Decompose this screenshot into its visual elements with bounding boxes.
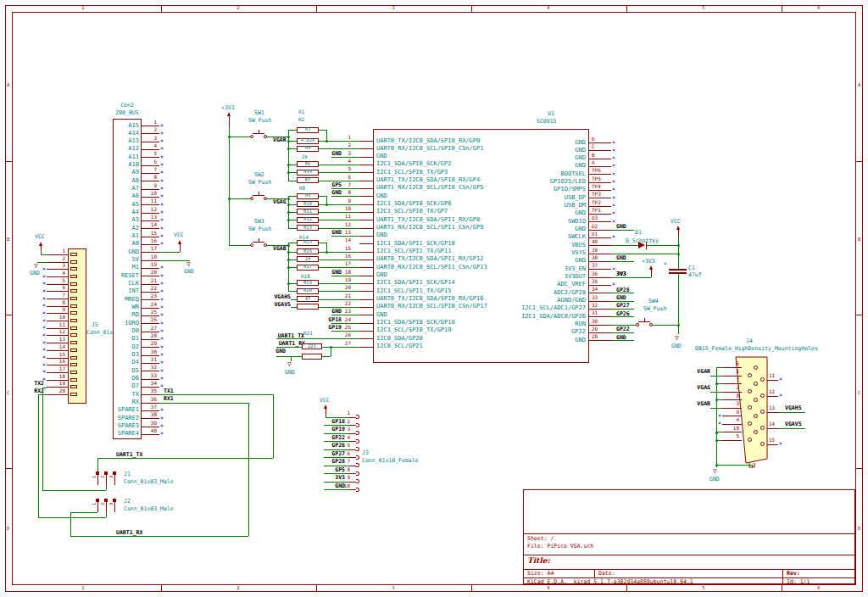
pin-number: 3 (347, 427, 350, 432)
junction-dot (287, 282, 290, 285)
wire (288, 165, 297, 165)
j4-value: DB15_Female_HighDensity_MountingHoles (695, 346, 818, 352)
pin-circle (748, 373, 752, 377)
pin-name: A5 (132, 202, 139, 208)
con2-ref: Con2 (120, 103, 134, 109)
pin-name: 3V3OUT (565, 274, 586, 280)
pin-number: 7 (348, 182, 351, 187)
pin-number: 18 (345, 270, 351, 275)
nc-marker: × (160, 376, 164, 382)
pin-stub (359, 323, 373, 324)
pin-pad (70, 363, 77, 366)
pin-number: 12 (345, 222, 351, 227)
net-label: GP19 (328, 325, 342, 331)
border-tick (782, 5, 782, 12)
wire (611, 332, 634, 333)
border-col-label: 2 (236, 586, 239, 591)
nc-marker: × (42, 340, 46, 346)
nc-marker: × (42, 303, 46, 309)
pin-name: I2C1_SDA/SPI0_SCK/GP2 (376, 161, 452, 167)
pin-number: TP2 (592, 200, 601, 205)
pin-name: ADC_VREF (557, 282, 586, 287)
nc-marker: × (42, 325, 46, 331)
border-tick (471, 5, 472, 12)
junction-dot (287, 204, 290, 206)
pin-name: A6 (132, 193, 139, 199)
pin-number: 15 (769, 438, 775, 443)
border-tick (5, 315, 12, 315)
pin-name: D0 (132, 328, 139, 334)
pin-number: 17 (59, 366, 65, 371)
pin-name: I2C1_SDA/SPI0_SCK/GP6 (376, 201, 452, 207)
pin-number: 9 (153, 183, 157, 188)
pin-number: 3 (153, 136, 157, 141)
resistor[interactable] (302, 354, 322, 360)
border-tick (161, 5, 162, 12)
pin-name: M1 (132, 265, 139, 271)
pin-stub (359, 212, 373, 213)
c1-ref: C1 (688, 265, 695, 271)
wire (331, 196, 359, 197)
gnd-symbol: ▽ (186, 261, 191, 268)
pin-stub (47, 394, 68, 395)
wire (159, 252, 180, 253)
junction-dot (715, 382, 718, 385)
pin-stub (114, 475, 115, 485)
wire (229, 127, 230, 245)
schematic-canvas[interactable]: Sheet: / File: PiPico VGA.sch Title: Siz… (0, 0, 868, 597)
net-label: GP19 (331, 427, 345, 432)
wire (319, 172, 359, 173)
pin-name: RD (132, 312, 139, 318)
pin-number: 24 (345, 317, 351, 322)
wire (288, 172, 297, 173)
border-col-label: 6 (817, 6, 820, 11)
resistor-value: 499 (303, 170, 312, 175)
wire (319, 243, 326, 243)
border-row-label: D (858, 527, 860, 532)
pin-number: 7 (62, 293, 65, 298)
pin-number: 20 (59, 388, 65, 393)
junction-dot (287, 251, 290, 254)
pin-circle (748, 389, 752, 393)
pin-name: D7 (132, 383, 139, 389)
pin-number: 33 (592, 295, 598, 300)
nc-marker: × (612, 155, 615, 161)
pin-stub (97, 475, 98, 485)
pin-name: TX (132, 392, 139, 398)
pin-number: 24 (151, 302, 157, 307)
pin-stub (359, 307, 373, 308)
pin-number: 9 (62, 307, 65, 312)
pin-stub (359, 141, 373, 142)
border-tick (856, 315, 863, 315)
pin-name: RX (132, 399, 139, 405)
p3v3-arrow (651, 269, 652, 277)
switch-ref: SW1 (254, 110, 264, 116)
pin-name: I2C1_SCL/SPI0_TX/GP7 (376, 209, 448, 215)
nc-marker: × (160, 146, 164, 152)
net-label: GP5 (331, 182, 342, 188)
pin-number: 31 (592, 310, 598, 315)
border-tick (856, 161, 863, 162)
pin-number: 10 (733, 426, 739, 431)
pin-number: 33 (151, 373, 157, 378)
wire (229, 137, 250, 137)
resistor-value: 221 (308, 344, 316, 349)
pin-pad (70, 297, 77, 300)
wire (291, 307, 297, 308)
pin-pad (70, 253, 77, 256)
wire (288, 141, 297, 142)
wire (288, 220, 297, 220)
resistor[interactable] (297, 304, 319, 310)
pin-number: 9 (736, 410, 739, 415)
pin-number: 16 (59, 359, 65, 364)
junction-dot (715, 432, 718, 434)
wire (38, 394, 39, 517)
junction-dot (677, 244, 680, 247)
nc-marker: × (160, 288, 164, 294)
wire (288, 204, 297, 205)
net-label: GND (331, 309, 342, 315)
p3v3-arrow (229, 115, 230, 127)
pin-name: GND (376, 193, 387, 199)
wire (38, 394, 47, 395)
pin-number: 19 (151, 262, 157, 267)
